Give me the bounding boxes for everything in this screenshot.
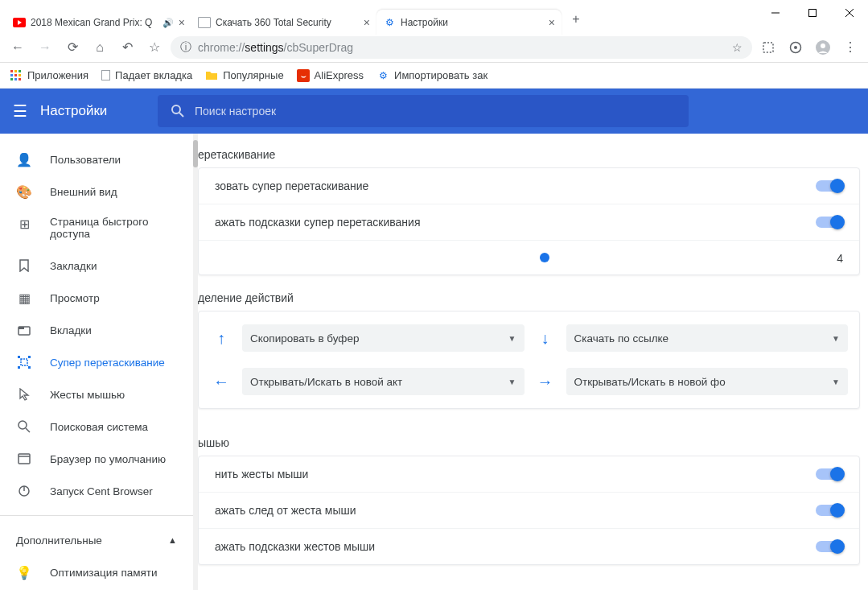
sidebar-item-quickaccess[interactable]: ⊞Страница быстрого доступа — [0, 208, 193, 250]
bookmark-item[interactable]: ⚙ Импортировать зак — [376, 69, 487, 82]
sidebar-scrollbar[interactable] — [193, 134, 198, 590]
svg-rect-18 — [19, 78, 21, 80]
sidebar-item-users[interactable]: 👤Пользователи — [0, 143, 193, 175]
close-icon[interactable]: × — [364, 16, 370, 29]
sidebar-item-defaultbrowser[interactable]: Браузер по умолчанию — [0, 443, 193, 475]
caret-down-icon: ▼ — [508, 334, 516, 343]
row-enable-superdrag: зовать супер перетаскивание — [199, 168, 859, 204]
url-text: chrome://settings/cbSuperDrag — [198, 41, 353, 54]
card-mouse: нить жесты мыши ажать след от жеста мыши… — [198, 456, 860, 565]
row-gesture-trail: ажать след от жеста мыши — [199, 492, 859, 528]
search-icon — [16, 419, 32, 435]
sidebar-item-startup[interactable]: Запуск Cent Browser — [0, 475, 193, 507]
sidebar-item-tabs[interactable]: Вкладки — [0, 314, 193, 346]
back-button[interactable]: ← — [6, 36, 29, 59]
svg-rect-32 — [19, 454, 30, 464]
bookmark-star-icon[interactable]: ☆ — [732, 41, 743, 54]
sidebar-item-search[interactable]: Поисковая система — [0, 411, 193, 443]
caret-down-icon: ▼ — [508, 378, 516, 386]
settings-header: ☰ Настройки Поиск настроек — [0, 89, 868, 134]
address-bar[interactable]: ⓘ chrome://settings/cbSuperDrag ☆ — [171, 36, 752, 59]
close-icon[interactable]: × — [549, 16, 555, 29]
sidebar-item-superdrag[interactable]: Супер перетаскивание — [0, 346, 193, 378]
browser-tab-1[interactable]: Скачать 360 Total Security × — [191, 10, 376, 35]
toggle-enable-superdrag[interactable] — [816, 180, 843, 192]
menu-icon[interactable]: ⋮ — [839, 36, 862, 59]
bookmark-item[interactable]: Падает вкладка — [101, 69, 192, 81]
row-sensitivity: 4 — [199, 240, 859, 274]
svg-rect-17 — [14, 78, 17, 80]
card-superdrag: зовать супер перетаскивание ажать подска… — [198, 167, 860, 275]
svg-line-22 — [179, 113, 183, 117]
toggle-gesture-trail[interactable] — [816, 505, 843, 516]
dropdown-action-left[interactable]: Открывать/Искать в новой акт▼ — [242, 368, 525, 395]
apps-icon — [10, 69, 23, 82]
dropdown-action-down[interactable]: Скачать по ссылке▼ — [566, 324, 849, 352]
close-button[interactable] — [831, 0, 868, 26]
svg-rect-12 — [19, 70, 21, 72]
profile-icon[interactable] — [812, 36, 834, 59]
page-icon — [101, 70, 110, 80]
youtube-icon — [13, 16, 26, 29]
star-button[interactable]: ☆ — [143, 36, 166, 59]
reload-button[interactable]: ⟳ — [61, 36, 84, 59]
minimize-button[interactable] — [757, 0, 794, 26]
close-icon[interactable]: × — [179, 16, 185, 29]
new-tab-button[interactable]: + — [565, 8, 587, 31]
hamburger-icon[interactable]: ☰ — [13, 101, 27, 121]
tab-strip: 2018 Mexican Grand Prix: Q 🔊 × Скачать 3… — [0, 3, 587, 35]
download-icon[interactable] — [784, 36, 807, 59]
bookmarks-bar: Приложения Падает вкладка Популярные ⌣ A… — [0, 63, 868, 89]
slider-thumb[interactable] — [540, 253, 549, 262]
forward-button[interactable]: → — [34, 36, 56, 59]
svg-rect-13 — [10, 74, 13, 76]
bookmark-label: AliExpress — [315, 69, 364, 81]
scrollbar-thumb[interactable] — [193, 140, 198, 167]
toggle-show-hints[interactable] — [816, 217, 843, 228]
bookmark-item[interactable]: Популярные — [205, 69, 283, 82]
sidebar-item-mousegestures[interactable]: Жесты мышью — [0, 378, 193, 411]
svg-rect-14 — [14, 74, 17, 76]
search-placeholder: Поиск настроек — [195, 105, 276, 118]
undo-button[interactable]: ↶ — [116, 36, 138, 59]
sidebar-item-memory[interactable]: 💡Оптимизация памяти — [0, 556, 193, 588]
arrow-right-icon: → — [534, 373, 557, 391]
browser-tab-0[interactable]: 2018 Mexican Grand Prix: Q 🔊 × — [6, 10, 191, 35]
settings-search[interactable]: Поиск настроек — [158, 95, 689, 127]
dropdown-action-up[interactable]: Скопировать в буфер▼ — [242, 324, 525, 352]
window-titlebar: 2018 Mexican Grand Prix: Q 🔊 × Скачать 3… — [0, 0, 868, 32]
bookmark-icon — [16, 258, 32, 274]
plus-square-icon: ⊞ — [16, 216, 32, 232]
tab-icon — [16, 322, 32, 338]
bookmark-item[interactable]: ⌣ AliExpress — [297, 69, 364, 82]
speaker-icon[interactable]: 🔊 — [162, 18, 174, 28]
svg-rect-5 — [763, 43, 773, 52]
svg-rect-29 — [28, 366, 31, 369]
bookmark-label: Популярные — [223, 69, 283, 81]
sidebar-advanced-toggle[interactable]: Дополнительные▲ — [0, 524, 193, 556]
sidebar-item-bookmarks[interactable]: Закладки — [0, 250, 193, 282]
home-button[interactable]: ⌂ — [88, 36, 111, 59]
svg-rect-25 — [21, 359, 27, 365]
maximize-button[interactable] — [794, 0, 831, 26]
dropdown-action-right[interactable]: Открывать/Искать в новой фо▼ — [566, 368, 849, 395]
toggle-enable-gestures[interactable] — [816, 468, 843, 480]
svg-rect-10 — [10, 70, 13, 72]
toggle-gesture-hints[interactable] — [816, 541, 843, 552]
tab-title: Скачать 360 Total Security — [216, 17, 359, 28]
sidebar-item-browse[interactable]: ▦Просмотр — [0, 282, 193, 314]
cursor-icon — [16, 386, 32, 402]
extension-icon[interactable] — [757, 36, 780, 59]
svg-line-31 — [26, 428, 30, 432]
row-show-hints: ажать подсказки супер перетаскивания — [199, 204, 859, 240]
svg-text:⌣: ⌣ — [300, 72, 306, 80]
browser-toolbar: ← → ⟳ ⌂ ↶ ☆ ⓘ chrome://settings/cbSuperD… — [0, 32, 868, 63]
gear-icon: ⚙ — [383, 16, 396, 29]
gear-icon: ⚙ — [376, 69, 389, 82]
sidebar-item-appearance[interactable]: 🎨Внешний вид — [0, 175, 193, 208]
apps-button[interactable]: Приложения — [10, 69, 88, 82]
palette-icon: 🎨 — [16, 184, 32, 200]
person-icon: 👤 — [16, 151, 32, 167]
browser-tab-2[interactable]: ⚙ Настройки × — [376, 10, 562, 35]
info-icon[interactable]: ⓘ — [180, 40, 191, 55]
